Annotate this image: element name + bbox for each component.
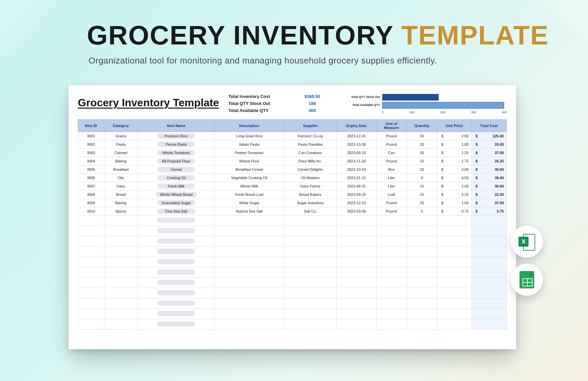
cell-category: Bread: [104, 190, 138, 199]
cell-unit-price: $1.00: [437, 140, 471, 149]
format-badges: X: [511, 226, 543, 296]
summary-bar-chart: Total QTY Stock OutTotal Available QTY01…: [343, 94, 507, 114]
inventory-table: Item IDCategoryItem NameDescriptionSuppl…: [78, 119, 507, 330]
chart-tick: 100: [410, 111, 415, 114]
cell-category: Breakfast: [104, 165, 138, 174]
cell-qty: 25: [407, 199, 437, 207]
cell-unit-price: $0.75: [437, 207, 471, 216]
summary-label: Total QTY Stock Out: [229, 101, 285, 106]
table-row: 3001GrainsPremium RiceLong-Grain RiceFar…: [78, 132, 507, 140]
cell-description: Natural Sea Salt: [214, 207, 284, 216]
cell-qty: 50: [407, 132, 437, 140]
table-row-empty: [78, 226, 507, 236]
cell-description: Italian Pasta: [214, 140, 284, 149]
cell-item-id: 3007: [78, 182, 104, 190]
cell-item-name: Granulated Sugar: [138, 199, 214, 207]
column-header: Quantity: [407, 120, 437, 132]
page-subtitle: Organizational tool for monitoring and m…: [89, 55, 588, 66]
cell-item-id: 3002: [78, 140, 104, 149]
column-header: Item ID: [78, 120, 104, 132]
cell-supplier: Dairy Farms: [284, 182, 337, 190]
cell-category: Baking: [104, 199, 138, 207]
chart-tick: 200: [440, 111, 445, 114]
table-row: 3002PastaPenne PastaItalian PastaPasta P…: [78, 140, 507, 149]
cell-category: Oils: [104, 174, 138, 182]
cell-uom: Can: [376, 149, 407, 157]
cell-item-name: Cooking Oil: [138, 174, 214, 182]
decorative-shape: [0, 0, 60, 87]
cell-expiry: 2023-12-31: [337, 132, 376, 140]
cell-qty: 10: [407, 165, 437, 174]
cell-description: Vegetable Cooking Oil: [214, 174, 284, 182]
cell-item-name: Cereal: [138, 165, 214, 174]
table-row-empty: [78, 216, 507, 226]
table-row-empty: [78, 298, 507, 309]
cell-item-name: Fresh Milk: [138, 182, 214, 190]
cell-supplier: Can Creations: [284, 149, 337, 157]
title-main: GROCERY INVENTORY: [87, 20, 401, 50]
cell-qty: 15: [407, 182, 437, 190]
cell-total-cost: $30.00: [471, 165, 506, 174]
column-header: Item Name: [138, 120, 214, 132]
cell-expiry: 2023-09-25: [337, 190, 376, 199]
chart-axis-label: Total QTY Stock Out: [343, 95, 382, 99]
column-header: Expiry Date: [337, 120, 376, 132]
table-row-empty: [78, 267, 507, 278]
cell-uom: Liter: [376, 174, 407, 182]
cell-supplier: Cereal Delights: [284, 165, 337, 174]
cell-description: Wheat Flour: [214, 157, 284, 165]
column-header: Unit ofMeasure: [376, 120, 407, 132]
cell-item-name: Fine Sea Salt: [138, 207, 214, 216]
excel-icon: X: [519, 233, 535, 250]
cell-total-cost: $36.00: [471, 174, 506, 182]
column-header: Unit Price: [437, 120, 471, 132]
column-header: Category: [104, 120, 138, 132]
cell-item-id: 3009: [78, 199, 104, 207]
title-accent: TEMPLATE: [401, 20, 549, 50]
cell-total-cost: $26.25: [471, 157, 506, 165]
cell-unit-price: $2.25: [437, 190, 471, 199]
cell-uom: Loaf: [376, 190, 407, 199]
cell-category: Pasta: [104, 140, 138, 149]
cell-category: Spices: [104, 207, 138, 216]
cell-item-name: Whole Tomatoes: [138, 149, 214, 157]
cell-description: Peeled Tomatoes: [214, 149, 284, 157]
table-row-empty: [78, 319, 507, 330]
summary-value: 409: [291, 108, 334, 113]
cell-supplier: Oil Masters: [284, 174, 337, 182]
excel-badge[interactable]: X: [511, 226, 543, 258]
summary-block: Total Inventory Cost $368.50 Total QTY S…: [229, 94, 334, 113]
cell-qty: 15: [407, 157, 437, 165]
cell-total-cost: $125.00: [471, 132, 506, 140]
table-row: 3004BakingAll-Purpose FlourWheat FlourFl…: [78, 157, 507, 165]
cell-expiry: 2023-09-15: [337, 149, 376, 157]
table-row-empty: [78, 257, 507, 267]
cell-uom: Pound: [376, 199, 407, 207]
cell-item-name: Penne Pasta: [138, 140, 214, 149]
cell-uom: Pound: [376, 140, 407, 149]
cell-item-id: 3004: [78, 157, 104, 165]
table-row: 3006OilsCooking OilVegetable Cooking Oil…: [78, 174, 507, 182]
cell-expiry: 2023-08-31: [337, 182, 376, 190]
cell-supplier: Pasta Paradise: [284, 140, 337, 149]
chart-axis-label: Total Available QTY: [343, 103, 382, 107]
cell-category: Baking: [104, 157, 138, 165]
chart-tick: 300: [471, 111, 476, 114]
cell-item-id: 3005: [78, 165, 104, 174]
table-row-empty: [78, 309, 507, 319]
cell-unit-price: $4.50: [437, 174, 471, 182]
cell-total-cost: $22.50: [471, 190, 506, 199]
cell-uom: Pound: [376, 207, 407, 216]
cell-total-cost: $20.00: [471, 140, 506, 149]
google-sheets-badge[interactable]: [511, 264, 543, 296]
chart-bar: [382, 94, 439, 101]
cell-description: Fresh Bread Loaf: [214, 190, 284, 199]
cell-expiry: 2023-11-20: [337, 157, 376, 165]
cell-uom: Box: [376, 165, 407, 174]
summary-label: Total Available QTY: [229, 108, 285, 113]
table-row-empty: [78, 288, 507, 298]
cell-expiry: 2023-10-30: [337, 140, 376, 149]
cell-description: Breakfast Cereal: [214, 165, 284, 174]
cell-qty: 20: [407, 140, 437, 149]
cell-uom: Pound: [376, 132, 407, 140]
